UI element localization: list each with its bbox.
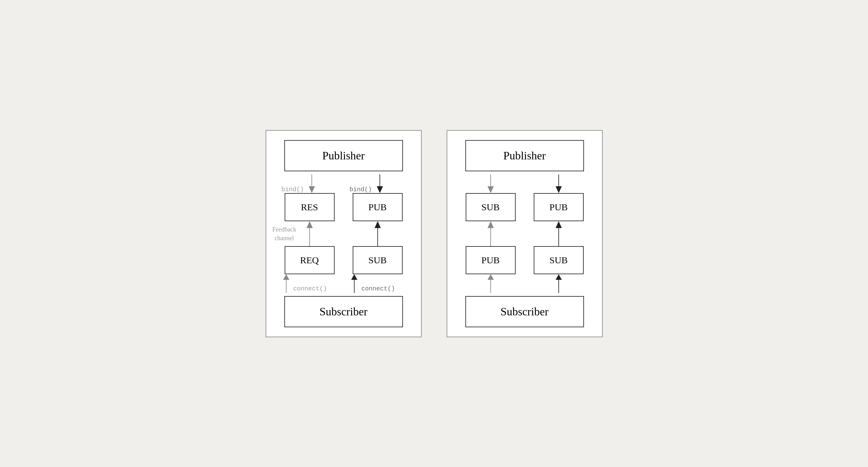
left-col-arrow-down — [307, 174, 316, 193]
svg-marker-3 — [377, 186, 383, 193]
svg-marker-17 — [488, 221, 494, 228]
left-res-box: RES — [285, 193, 335, 221]
main-container: Publisher bind() bind() — [266, 130, 603, 337]
right-col-arrow-up2 — [349, 274, 359, 293]
right-sub-bottom-label: SUB — [368, 255, 386, 265]
left-req-box: REQ — [285, 246, 335, 274]
svg-marker-7 — [375, 221, 381, 228]
right-diag-pub-top-box: PUB — [534, 193, 584, 221]
svg-marker-19 — [556, 221, 562, 228]
right-diag-right-arrow-down — [554, 174, 563, 193]
right-diag-pub-bottom-box: PUB — [466, 246, 516, 274]
left-res-label: RES — [301, 202, 318, 212]
svg-marker-11 — [351, 274, 358, 280]
right-diag-pub-top-label: PUB — [549, 202, 567, 212]
right-bind-label: bind() — [349, 186, 372, 193]
right-publisher-box: Publisher — [465, 140, 584, 171]
right-diag-left-arrow-up — [486, 221, 495, 246]
right-diag-right-arrow-up2 — [554, 274, 563, 293]
right-col-arrow-down — [375, 174, 384, 193]
svg-marker-23 — [556, 274, 562, 280]
left-col-arrow-up — [305, 221, 314, 246]
right-diag-sub-bottom-label: SUB — [549, 255, 567, 265]
right-diag-sub-top-box: SUB — [466, 193, 516, 221]
left-col-arrow-up2 — [282, 274, 291, 293]
left-req-label: REQ — [300, 255, 319, 265]
right-pub-top-box: PUB — [353, 193, 403, 221]
left-publisher-box: Publisher — [284, 140, 403, 171]
right-subscriber-box: Subscriber — [465, 296, 584, 327]
left-subscriber-label: Subscriber — [320, 305, 368, 318]
right-sub-bottom-box: SUB — [353, 246, 403, 274]
svg-marker-13 — [488, 186, 494, 193]
right-pub-top-label: PUB — [368, 202, 386, 212]
right-col-arrow-up — [373, 221, 382, 246]
right-publisher-label: Publisher — [503, 149, 546, 162]
right-diag-right-arrow-up — [554, 221, 563, 246]
left-subscriber-box: Subscriber — [284, 296, 403, 327]
right-diag-pub-bottom-label: PUB — [481, 255, 499, 265]
right-diag-sub-top-label: SUB — [481, 202, 499, 212]
right-connect-label: connect() — [362, 274, 395, 292]
left-diagram: Publisher bind() bind() — [266, 130, 422, 337]
feedback-label: Feedbackchannel — [273, 225, 297, 242]
right-diag-sub-bottom-box: SUB — [534, 246, 584, 274]
svg-marker-5 — [307, 221, 313, 228]
right-diag-left-arrow-up2 — [486, 274, 495, 293]
svg-marker-1 — [309, 186, 315, 193]
left-publisher-label: Publisher — [322, 149, 365, 162]
svg-marker-15 — [556, 186, 562, 193]
left-connect-label: connect() — [293, 274, 327, 292]
right-diag-left-arrow-down — [486, 174, 495, 193]
right-diagram: Publisher SUB PU — [447, 130, 603, 337]
left-bind-label: bind() — [282, 186, 304, 193]
svg-marker-21 — [488, 274, 494, 280]
right-subscriber-label: Subscriber — [501, 305, 549, 318]
svg-marker-9 — [283, 274, 289, 280]
